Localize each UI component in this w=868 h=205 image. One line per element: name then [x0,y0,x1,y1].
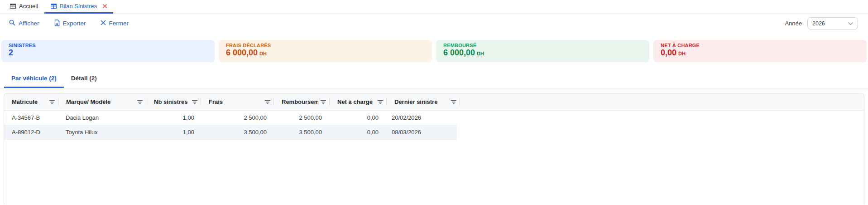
cell-matricule: A-34567-B [4,114,58,121]
year-label: Année [785,20,802,27]
show-button-label: Afficher [19,20,39,27]
column-resize-handle[interactable] [460,98,460,106]
export-button-label: Exporter [63,20,86,27]
stat-value: 6 000,00 [443,48,475,57]
cell-nb-sinistres: 1,00 [145,129,200,136]
tab-bilan-sinistres-label: Bilan Sinistres [60,3,97,10]
export-button[interactable]: Exporter [54,20,86,28]
cell-remboursement: 2 500,00 [272,114,327,121]
stat-value: 2 [9,48,13,57]
vehicle-table: Matricule Marque/ Modèle Nb sinistres Fr… [4,93,864,205]
year-select[interactable]: 2026 [807,17,858,29]
column-header-label: Net à charge [337,98,375,105]
cell-marque-modele: Dacia Logan [58,114,145,121]
close-button[interactable]: Fermer [101,20,129,27]
filter-icon[interactable] [451,99,457,105]
filter-icon[interactable] [377,99,384,105]
filter-icon[interactable] [192,99,198,105]
tab-accueil[interactable]: Accueil [4,0,44,14]
tab-accueil-label: Accueil [19,3,38,10]
table-body: A-34567-B Dacia Logan 1,00 2 500,00 2 50… [4,111,864,140]
table-icon [10,4,16,9]
view-tab-bar: Par véhicule (2) Détail (2) [0,69,868,88]
cell-dernier-sinistre: 08/03/2026 [384,129,457,136]
column-header-frais[interactable]: Frais [201,93,273,110]
stat-label: FRAIS DÉCLARÉS [226,43,425,48]
column-header-remboursement[interactable]: Remboursem... [274,93,329,110]
table-icon [51,4,57,9]
stat-value: 0,00 [661,48,676,57]
column-header-net-a-charge[interactable]: Net à charge [330,93,386,110]
close-icon [101,20,106,27]
column-header-label: Remboursem... [282,98,318,105]
cell-nb-sinistres: 1,00 [145,114,200,121]
stat-unit: DH [678,51,686,56]
cell-matricule: A-89012-D [4,129,58,136]
stat-label: NET À CHARGE [661,43,859,48]
cell-frais: 3 500,00 [200,129,272,136]
filter-icon[interactable] [49,99,55,105]
stat-cards: SINISTRES 2 FRAIS DÉCLARÉS 6 000,00DH RE… [0,33,868,62]
stat-card-net-a-charge: NET À CHARGE 0,00DH [653,40,867,62]
table-row[interactable]: A-34567-B Dacia Logan 1,00 2 500,00 2 50… [4,111,457,125]
show-button[interactable]: Afficher [9,20,39,27]
stat-card-sinistres: SINISTRES 2 [1,40,215,62]
stat-label: SINISTRES [9,43,207,48]
column-header-label: Dernier sinistre [394,98,449,105]
stat-value: 6 000,00 [226,48,258,57]
tab-par-vehicule[interactable]: Par véhicule (2) [4,69,64,88]
search-icon [9,20,15,27]
stat-unit: DH [259,51,267,56]
tab-detail[interactable]: Détail (2) [64,69,104,88]
cell-marque-modele: Toyota Hilux [58,129,145,136]
chevron-down-icon [848,20,853,27]
stat-card-rembourse: REMBOURSÉ 6 000,00DH [436,40,649,62]
cell-dernier-sinistre: 20/02/2026 [384,114,457,121]
filter-icon[interactable] [320,99,326,105]
column-header-dernier-sinistre[interactable]: Dernier sinistre [387,93,460,110]
close-tab-icon[interactable] [103,4,107,8]
stat-unit: DH [477,51,484,56]
column-header-marque-modele[interactable]: Marque/ Modèle [58,93,146,110]
stat-label: REMBOURSÉ [443,43,642,48]
table-row[interactable]: A-89012-D Toyota Hilux 1,00 3 500,00 3 5… [4,125,457,140]
window-tab-bar: Accueil Bilan Sinistres [0,0,868,14]
column-header-nb-sinistres[interactable]: Nb sinistres [146,93,201,110]
cell-frais: 2 500,00 [200,114,272,121]
column-header-label: Marque/ Modèle [66,98,135,105]
column-header-label: Matricule [12,98,47,105]
filter-icon[interactable] [137,99,143,105]
cell-remboursement: 3 500,00 [272,129,327,136]
stat-card-frais-declares: FRAIS DÉCLARÉS 6 000,00DH [219,40,432,62]
toolbar: Afficher Exporter Fermer Année 2026 [0,14,868,33]
table-header-row: Matricule Marque/ Modèle Nb sinistres Fr… [4,93,864,111]
column-header-matricule[interactable]: Matricule [4,93,58,110]
tab-bilan-sinistres[interactable]: Bilan Sinistres [44,0,113,14]
column-header-label: Nb sinistres [154,98,190,105]
cell-net-a-charge: 0,00 [327,129,384,136]
close-button-label: Fermer [109,20,129,27]
filter-icon[interactable] [264,99,271,105]
export-file-icon [54,20,60,28]
year-select-value: 2026 [812,20,825,27]
cell-net-a-charge: 0,00 [327,114,384,121]
column-header-label: Frais [209,98,263,105]
